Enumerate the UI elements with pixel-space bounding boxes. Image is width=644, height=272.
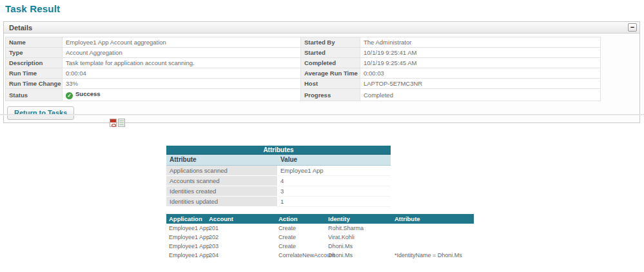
cell-attribute bbox=[392, 233, 474, 242]
collapse-panel-icon[interactable]: − bbox=[628, 23, 637, 32]
table-row: Applications scanned Employee1 App bbox=[166, 165, 391, 175]
table-row: Accounts scanned 4 bbox=[166, 175, 391, 186]
attribute-name: Applications scanned bbox=[166, 165, 277, 175]
details-panel-title: Details bbox=[4, 22, 639, 34]
table-row: Run Time 0:00:04 Average Run Time 0:00:0… bbox=[6, 68, 601, 79]
cell-account: 204 bbox=[206, 251, 276, 260]
cell-action: CorrelateNewAccount bbox=[276, 251, 326, 260]
detail-label: Type bbox=[6, 48, 63, 58]
cell-account: 203 bbox=[206, 242, 276, 251]
table-row: Identities created 3 bbox=[166, 186, 391, 196]
task-details-table: Name Employee1 App Account aggregation S… bbox=[5, 37, 601, 101]
column-header-value: Value bbox=[277, 154, 391, 165]
attribute-value: 1 bbox=[277, 196, 391, 206]
cell-action: Create bbox=[276, 242, 326, 251]
status-value: ✓Success bbox=[63, 89, 301, 101]
cell-application: Employee1 App bbox=[166, 251, 206, 260]
cell-application: Employee1 App bbox=[166, 242, 206, 251]
detail-value: 0:00:03 bbox=[360, 68, 601, 79]
table-row: Employee1 App 202 Create Virat.Kohli bbox=[166, 233, 474, 242]
cell-attribute bbox=[392, 224, 474, 233]
detail-label: Status bbox=[6, 89, 63, 101]
return-to-tasks-button[interactable]: Return to Tasks bbox=[7, 106, 74, 120]
detail-label: Average Run Time bbox=[301, 68, 360, 79]
task-result-page: { "page": { "title": "Task Result" }, "c… bbox=[0, 0, 644, 272]
attributes-table: Attributes Attribute Value Applications … bbox=[166, 146, 391, 207]
detail-label: Host bbox=[301, 79, 360, 89]
cell-application: Employee1 App bbox=[166, 233, 206, 242]
attribute-value: 4 bbox=[277, 175, 391, 186]
records-table-header-row: Application Account Action Identity Attr… bbox=[166, 214, 474, 224]
cell-identity: Dhoni.Ms bbox=[326, 251, 392, 260]
detail-value: Task template for application account sc… bbox=[63, 58, 301, 68]
detail-value: Completed bbox=[360, 89, 601, 101]
attributes-table-header-row: Attribute Value bbox=[166, 154, 391, 165]
page-divider bbox=[0, 114, 644, 115]
column-header-action: Action bbox=[276, 214, 326, 224]
attribute-name: Identities created bbox=[166, 186, 277, 196]
table-row: Employee1 App 204 CorrelateNewAccount Dh… bbox=[166, 251, 474, 260]
table-row: Status ✓Success Progress Completed bbox=[6, 89, 601, 101]
export-toolbar bbox=[110, 119, 125, 127]
detail-label: Completed bbox=[301, 58, 360, 68]
table-row: Description Task template for applicatio… bbox=[6, 58, 601, 68]
column-header-application: Application bbox=[166, 214, 206, 224]
table-row: Type Account Aggregation Started 10/1/19… bbox=[6, 48, 601, 58]
table-row: Run Time Change 33% Host LAPTOP-5E7MC3NR bbox=[6, 79, 601, 89]
detail-value: 10/1/19 9:25:45 AM bbox=[360, 58, 601, 68]
table-row: Name Employee1 App Account aggregation S… bbox=[6, 37, 601, 48]
detail-label: Started bbox=[301, 48, 360, 58]
status-badge: Success bbox=[75, 90, 101, 97]
column-header-account: Account bbox=[206, 214, 276, 224]
attribute-value: 3 bbox=[277, 186, 391, 196]
details-panel-header: Details − bbox=[4, 22, 639, 34]
attributes-table-title: Attributes bbox=[166, 146, 391, 154]
details-panel: Details − Name Employee1 App Account agg… bbox=[3, 21, 640, 123]
detail-value: The Administrator bbox=[360, 37, 601, 48]
detail-value: LAPTOP-5E7MC3NR bbox=[360, 79, 601, 89]
column-header-identity: Identity bbox=[326, 214, 392, 224]
detail-value: 0:00:04 bbox=[63, 68, 301, 79]
attribute-value: Employee1 App bbox=[277, 165, 391, 175]
detail-label: Run Time bbox=[6, 68, 63, 79]
cell-identity: Virat.Kohli bbox=[326, 233, 392, 242]
attribute-name: Identities updated bbox=[166, 196, 277, 206]
cell-account: 202 bbox=[206, 233, 276, 242]
cell-identity: Dhoni.Ms bbox=[326, 242, 392, 251]
account-records-table: Application Account Action Identity Attr… bbox=[166, 214, 474, 260]
detail-label: Started By bbox=[301, 37, 360, 48]
export-pdf-icon[interactable] bbox=[110, 119, 117, 127]
success-icon: ✓ bbox=[66, 92, 73, 99]
table-row: Employee1 App 203 Create Dhoni.Ms bbox=[166, 242, 474, 251]
column-header-attribute: Attribute bbox=[166, 154, 277, 165]
cell-identity: Rohit.Sharma bbox=[326, 224, 392, 233]
cell-application: Employee1 App bbox=[166, 224, 206, 233]
cell-attribute bbox=[392, 242, 474, 251]
cell-action: Create bbox=[276, 233, 326, 242]
attribute-name: Accounts scanned bbox=[166, 175, 277, 186]
detail-value: Account Aggregation bbox=[63, 48, 301, 58]
detail-label: Run Time Change bbox=[6, 79, 63, 89]
cell-action: Create bbox=[276, 224, 326, 233]
cell-attribute: *IdentityName = Dhoni.Ms bbox=[392, 251, 474, 260]
detail-label: Description bbox=[6, 58, 63, 68]
detail-value: Employee1 App Account aggregation bbox=[63, 37, 301, 48]
table-row: Employee1 App 201 Create Rohit.Sharma bbox=[166, 224, 474, 233]
column-header-attribute: Attribute bbox=[392, 214, 474, 224]
detail-label: Progress bbox=[301, 89, 360, 101]
detail-value: 33% bbox=[63, 79, 301, 89]
detail-value: 10/1/19 9:25:41 AM bbox=[360, 48, 601, 58]
attributes-table-title-row: Attributes bbox=[166, 146, 391, 154]
export-csv-icon[interactable] bbox=[118, 119, 125, 127]
table-row: Identities updated 1 bbox=[166, 196, 391, 206]
cell-account: 201 bbox=[206, 224, 276, 233]
detail-label: Name bbox=[6, 37, 63, 48]
page-title: Task Result bbox=[5, 3, 60, 14]
